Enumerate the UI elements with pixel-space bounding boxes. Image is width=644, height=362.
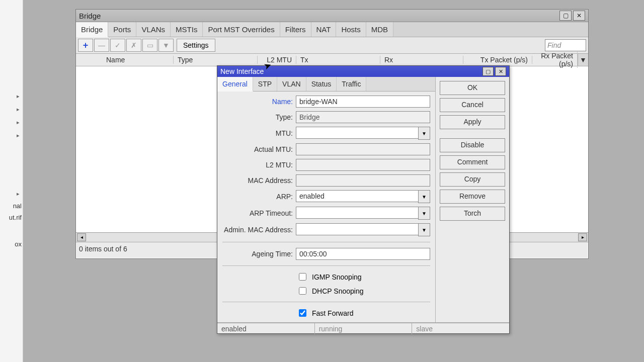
col-txp[interactable]: Tx Packet (p/s) xyxy=(463,56,532,64)
mtu-label: MTU: xyxy=(222,129,293,137)
l2-mtu-label: L2 MTU: xyxy=(222,161,293,169)
add-button[interactable]: + xyxy=(78,39,93,52)
chevron-right-icon: ▸ xyxy=(0,129,23,142)
general-form: Name: bridge-WAN Type: Bridge MTU: ▼ xyxy=(217,92,435,322)
name-field[interactable]: bridge-WAN xyxy=(296,96,430,108)
actual-mtu-label: Actual MTU: xyxy=(222,145,293,153)
sidebar-item-outrif[interactable]: ut.rif xyxy=(0,212,23,223)
dhcp-label: DHCP Snooping xyxy=(312,287,363,295)
admin-mac-label: Admin. MAC Address: xyxy=(222,226,293,234)
tab-hosts[interactable]: Hosts xyxy=(336,22,366,37)
new-interface-dialog: New Interface ▢ ✕ General STP VLAN Statu… xyxy=(217,65,510,334)
scroll-left-icon[interactable]: ◂ xyxy=(77,233,86,241)
col-l2mtu[interactable]: L2 MTU xyxy=(258,56,296,64)
dialog-tabs: General STP VLAN Status Traffic xyxy=(217,77,435,92)
col-type[interactable]: Type xyxy=(174,56,258,64)
arp-timeout-field[interactable] xyxy=(296,207,418,219)
bridge-titlebar[interactable]: Bridge ▢ ✕ xyxy=(76,10,588,22)
status-running: running xyxy=(315,323,413,334)
status-text: 0 items out of 6 xyxy=(79,245,127,253)
minimize-button[interactable]: ▢ xyxy=(559,11,572,21)
type-label: Type: xyxy=(222,113,293,121)
chevron-right-icon: ▸ xyxy=(0,89,23,103)
settings-button[interactable]: Settings xyxy=(177,39,215,52)
arp-dropdown[interactable]: ▼ xyxy=(418,190,430,203)
arp-label: ARP: xyxy=(222,193,293,201)
name-label: Name: xyxy=(222,98,293,106)
remove-button-dlg[interactable]: Remove xyxy=(440,190,505,204)
copy-button[interactable]: Copy xyxy=(440,172,505,187)
sidebar-item-ox[interactable]: ox xyxy=(0,238,23,250)
tab-ports[interactable]: Ports xyxy=(108,22,136,37)
cancel-button[interactable]: Cancel xyxy=(440,98,505,112)
find-input[interactable]: Find xyxy=(545,39,586,51)
tab-nat[interactable]: NAT xyxy=(311,22,337,37)
admin-mac-field[interactable] xyxy=(296,223,418,235)
close-button[interactable]: ✕ xyxy=(573,11,585,21)
igmp-label: IGMP Snooping xyxy=(312,273,362,281)
dhcp-checkbox[interactable] xyxy=(299,287,306,295)
chevron-right-icon: ▸ xyxy=(0,116,23,129)
tab-bridge[interactable]: Bridge xyxy=(76,22,108,37)
tab-general[interactable]: General xyxy=(217,77,253,92)
tab-mstis[interactable]: MSTIs xyxy=(171,22,203,37)
arp-field[interactable]: enabled xyxy=(296,190,418,202)
dialog-titlebar[interactable]: New Interface ▢ ✕ xyxy=(217,66,509,77)
mtu-dropdown[interactable]: ▼ xyxy=(418,127,430,140)
column-headers: Name Type L2 MTU Tx Rx Tx Packet (p/s) R… xyxy=(76,54,588,66)
actual-mtu-field xyxy=(296,143,430,155)
tab-vlan[interactable]: VLAN xyxy=(277,77,306,91)
mtu-field[interactable] xyxy=(296,127,418,139)
ageing-field[interactable]: 00:05:00 xyxy=(296,248,430,260)
dialog-status: enabled running slave xyxy=(217,322,509,334)
tab-stp[interactable]: STP xyxy=(253,77,277,91)
chevron-right-icon: ▸ xyxy=(0,187,23,200)
l2-mtu-field xyxy=(296,159,430,171)
remove-button[interactable]: — xyxy=(94,39,109,52)
scroll-right-icon[interactable]: ▸ xyxy=(578,233,587,241)
dialog-minimize-button[interactable]: ▢ xyxy=(482,67,494,76)
col-rx[interactable]: Rx xyxy=(380,56,463,64)
toolbar: + — ✓ ✗ ▭ ▼ Settings Find xyxy=(76,37,588,54)
bridge-tabs: Bridge Ports VLANs MSTIs Port MST Overri… xyxy=(76,22,588,37)
tab-traffic[interactable]: Traffic xyxy=(337,77,366,91)
igmp-checkbox[interactable] xyxy=(299,273,306,281)
disable-button-dlg[interactable]: Disable xyxy=(440,138,505,152)
bridge-title: Bridge xyxy=(79,12,558,20)
enable-button[interactable]: ✓ xyxy=(110,39,125,52)
disable-button[interactable]: ✗ xyxy=(126,39,141,52)
status-enabled: enabled xyxy=(217,323,315,334)
status-slave: slave xyxy=(412,323,509,334)
torch-button[interactable]: Torch xyxy=(440,207,505,221)
column-dropdown[interactable]: ▼ xyxy=(578,54,588,66)
ageing-label: Ageing Time: xyxy=(222,250,293,258)
arp-timeout-label: ARP Timeout: xyxy=(222,209,293,217)
tab-port-mst-overrides[interactable]: Port MST Overrides xyxy=(203,22,280,37)
chevron-right-icon: ▸ xyxy=(0,103,23,116)
dialog-title: New Interface xyxy=(220,67,481,75)
tab-status[interactable]: Status xyxy=(306,77,337,91)
fast-forward-label: Fast Forward xyxy=(312,309,353,317)
left-panel: ▸ ▸ ▸ ▸ ▸ nal ut.rif ox xyxy=(0,0,23,362)
col-rxp[interactable]: Rx Packet (p/s) xyxy=(532,52,578,68)
comment-button-dlg[interactable]: Comment xyxy=(440,155,505,169)
type-field: Bridge xyxy=(296,111,430,123)
apply-button[interactable]: Apply xyxy=(440,115,505,129)
mac-field xyxy=(296,174,430,187)
col-tx[interactable]: Tx xyxy=(296,56,380,64)
col-name[interactable]: Name xyxy=(102,56,174,64)
tab-filters[interactable]: Filters xyxy=(280,22,311,37)
ok-button[interactable]: OK xyxy=(440,81,505,95)
dialog-buttons: OK Cancel Apply Disable Comment Copy Rem… xyxy=(436,77,509,322)
dialog-close-button[interactable]: ✕ xyxy=(495,67,506,76)
comment-button[interactable]: ▭ xyxy=(142,39,157,52)
arp-timeout-dropdown[interactable]: ▼ xyxy=(418,207,430,220)
sidebar-item-nal[interactable]: nal xyxy=(0,200,23,212)
tab-mdb[interactable]: MDB xyxy=(366,22,393,37)
filter-button[interactable]: ▼ xyxy=(158,39,174,52)
admin-mac-dropdown[interactable]: ▼ xyxy=(418,223,430,236)
mac-label: MAC Address: xyxy=(222,176,293,185)
tab-vlans[interactable]: VLANs xyxy=(136,22,171,37)
fast-forward-checkbox[interactable] xyxy=(299,309,306,317)
